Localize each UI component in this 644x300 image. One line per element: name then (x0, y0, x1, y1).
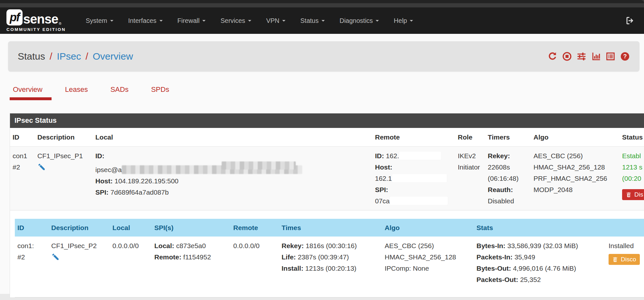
p2-local-cell: 0.0.0.0/0 (110, 237, 152, 289)
p1-algo-cell: AES_CBC (256) HMAC_SHA2_256_128 PRF_HMAC… (531, 147, 620, 210)
phase1-row: con1#2 CF1_IPsec_P1 ID: ipsec@a Host: 10… (10, 147, 644, 210)
col-timers: Timers (485, 128, 531, 146)
p1-role-cell: IKEv2Initiator (455, 147, 485, 210)
menu-interfaces[interactable]: Interfaces (123, 14, 168, 28)
col2-stats: Stats (474, 219, 606, 237)
row-spacer (10, 210, 644, 219)
pfsense-logo-mark: pf (6, 9, 23, 25)
menu-system[interactable]: System (81, 14, 119, 28)
list-icon[interactable] (606, 52, 615, 61)
col2-algo: Algo (382, 219, 474, 237)
col-role: Role (455, 128, 485, 146)
status-established: Establ (622, 150, 641, 161)
p1-id-cell: con1#2 (10, 147, 35, 210)
col-status: Status (620, 128, 644, 146)
menu-vpn[interactable]: VPN (261, 14, 291, 28)
menu-help[interactable]: Help (389, 14, 418, 28)
stop-icon[interactable] (562, 52, 572, 61)
col-id: ID (10, 128, 35, 146)
caret-down-icon (110, 20, 113, 23)
p1-status-cell: Establ 1213 s (00:20 Dis (620, 147, 644, 210)
p1-local-cell: ID: ipsec@a Host: 104.189.226.195:500 SP… (93, 147, 372, 210)
col2-spis: SPI(s) (152, 219, 231, 237)
col-algo: Algo (531, 128, 620, 146)
tab-spds[interactable]: SPDs (150, 85, 170, 100)
p2-algo-cell: AES_CBC (256) HMAC_SHA2_256_128 IPComp: … (382, 237, 474, 289)
phase2-row: con1:#2 CF1_IPsec_P2 0.0.0.0/0 Local: c8… (15, 237, 644, 297)
col-remote: Remote (372, 128, 455, 146)
redacted-remote-spi (390, 197, 448, 205)
window-chrome-top (0, 0, 644, 3)
col2-local: Local (110, 219, 152, 237)
p2-spis-cell: Local: c873e5a0 Remote: f1154952 (152, 237, 231, 289)
col-local: Local (93, 128, 372, 146)
top-navbar: pf sense ® COMMUNITY EDITION System Inte… (0, 7, 644, 34)
tab-leases[interactable]: Leases (64, 85, 89, 100)
col2-description: Description (49, 219, 110, 237)
ipsec-status-panel: IPsec Status ID Description Local Remote… (10, 113, 644, 298)
community-edition-label: COMMUNITY EDITION (6, 27, 66, 32)
breadcrumb-status: Status (18, 51, 45, 62)
p1-remote-cell: ID: 162. Host: 162.1 SPI: 07ca (372, 147, 455, 210)
panel-title: IPsec Status (10, 113, 644, 128)
col2-times: Times (279, 219, 382, 237)
sign-out-icon[interactable] (625, 16, 635, 25)
redacted-remote-host (392, 174, 447, 182)
col2-remote: Remote (231, 219, 279, 237)
p2-times-cell: Rekey: 1816s (00:30:16) Life: 2387s (00:… (279, 237, 382, 289)
redacted-local-id-2 (222, 161, 296, 169)
breadcrumb-actions: ? (548, 52, 630, 61)
help-icon[interactable]: ? (620, 52, 630, 61)
phase1-header-row: ID Description Local Remote Role Timers … (10, 128, 644, 147)
caret-down-icon (376, 20, 379, 23)
bar-chart-icon[interactable] (591, 52, 601, 61)
p2-stats-cell: Bytes-In: 33,586,939 (32.03 MiB) Packets… (474, 237, 606, 289)
breadcrumb-bar: Status / IPsec / Overview ? (8, 41, 639, 72)
status-installed: Installed (609, 240, 641, 251)
caret-down-icon (159, 20, 163, 23)
col2-status (606, 219, 644, 237)
caret-down-icon (282, 20, 285, 23)
caret-down-icon (322, 20, 325, 23)
p2-remote-cell: 0.0.0.0/0 (231, 237, 279, 289)
status-tabs: Overview Leases SADs SPDs (12, 85, 644, 100)
redacted-remote-id (399, 151, 441, 160)
edit-pencil-icon[interactable] (51, 253, 107, 264)
col2-id: ID (15, 219, 49, 237)
trash-icon (626, 192, 632, 198)
caret-down-icon (202, 20, 206, 23)
p2-status-cell: Installed Disco (606, 237, 644, 289)
menu-services[interactable]: Services (215, 14, 256, 28)
edit-pencil-icon[interactable] (37, 163, 90, 174)
caret-down-icon (410, 20, 413, 23)
menu-diagnostics[interactable]: Diagnostics (334, 14, 384, 28)
caret-down-icon (248, 20, 251, 23)
breadcrumb-ipsec-link[interactable]: IPsec (57, 51, 81, 62)
p2-description-cell: CF1_IPsec_P2 (49, 237, 110, 289)
tab-overview[interactable]: Overview (12, 85, 44, 100)
window-chrome-strip (0, 3, 644, 7)
main-menu: System Interfaces Firewall Services VPN … (81, 14, 625, 28)
p1-description-cell: CF1_IPsec_P1 (35, 147, 93, 210)
tab-sads[interactable]: SADs (109, 85, 130, 100)
p2-id-cell: con1:#2 (15, 237, 49, 289)
pfsense-logo[interactable]: pf sense ® COMMUNITY EDITION (6, 9, 66, 32)
phase2-header-row: ID Description Local SPI(s) Remote Times… (15, 219, 644, 237)
sliders-icon[interactable] (577, 52, 586, 61)
disconnect-button[interactable]: Dis (622, 189, 644, 200)
disconnect-child-button[interactable]: Disco (609, 254, 640, 265)
svg-text:?: ? (623, 53, 627, 60)
menu-status[interactable]: Status (295, 14, 330, 28)
refresh-icon[interactable] (548, 52, 557, 61)
p1-timers-cell: Rekey: 22608s (06:16:48) Reauth: Disable… (485, 147, 531, 210)
page-content: Status / IPsec / Overview ? (0, 34, 644, 294)
breadcrumb-overview-link[interactable]: Overview (93, 51, 133, 62)
col-description: Description (35, 128, 93, 146)
trash-icon (612, 256, 618, 263)
breadcrumb: Status / IPsec / Overview (18, 51, 133, 62)
menu-firewall[interactable]: Firewall (172, 14, 211, 28)
